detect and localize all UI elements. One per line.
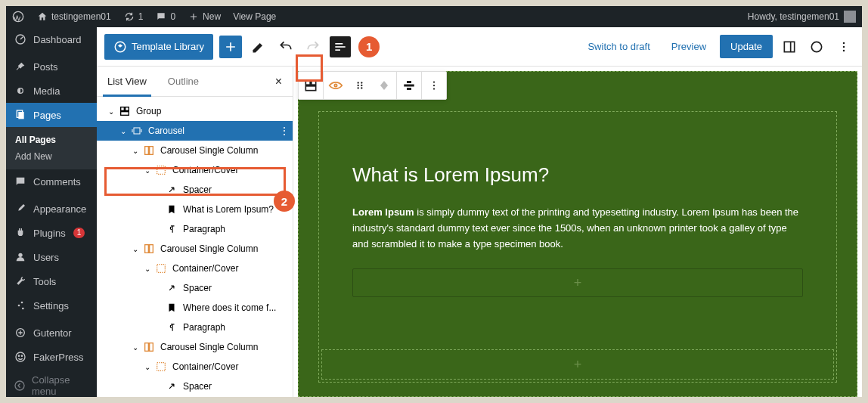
add-block-placeholder[interactable]: + [352,268,803,297]
tree-heading1[interactable]: What is Lorem Ipsum? [97,200,293,219]
sidebar-collapse[interactable]: Collapse menu [6,369,97,397]
switch-to-draft[interactable]: Switch to draft [580,36,657,57]
svg-rect-17 [335,49,340,51]
svg-rect-18 [784,42,794,51]
tree-carousel[interactable]: ⌄Carousel⋮ [97,121,293,141]
dashboard-icon [14,33,27,46]
tree-spacer2[interactable]: Spacer [97,278,293,298]
sidebar-add-new[interactable]: Add New [6,148,97,165]
align-icon[interactable] [397,72,421,99]
tree-csc2[interactable]: ⌄Carousel Single Column [97,239,293,259]
sidebar-media[interactable]: Media [6,79,97,103]
container-icon [154,360,168,374]
paragraph-block[interactable]: Lorem Ipsum is simply dummy text of the … [352,205,803,252]
tree-csc1[interactable]: ⌄Carousel Single Column [97,141,293,160]
more-icon[interactable]: ⋮ [274,125,293,137]
sidebar-all-pages[interactable]: All Pages [6,132,97,148]
gutentor-settings[interactable] [806,36,827,57]
svg-point-22 [843,45,845,48]
move-arrows[interactable] [372,72,396,99]
add-block-button[interactable] [219,36,242,58]
block-type-icon[interactable] [299,72,323,99]
site-name[interactable]: testingemen01 [30,6,117,27]
svg-rect-49 [404,85,414,87]
svg-rect-41 [305,86,315,91]
sidebar-comments[interactable]: Comments [6,169,97,194]
tab-list-view[interactable]: List View [97,67,157,96]
wp-logo[interactable] [6,6,30,27]
admin-sidebar: Dashboard Posts Media Pages All Pages Ad… [6,27,97,397]
visibility-icon[interactable] [324,72,348,99]
sidebar-plugins[interactable]: Plugins1 [6,221,97,245]
sidebar-pages[interactable]: Pages [6,103,97,127]
spacer-icon [165,380,178,393]
template-library-button[interactable]: Template Library [104,34,213,60]
svg-point-47 [358,87,359,88]
tree-cc2[interactable]: ⌄Container/Cover [97,259,293,278]
heading-block[interactable]: What is Lorem Ipsum? [352,163,803,187]
new-content[interactable]: New [181,6,227,27]
sidebar-fakerpress[interactable]: FakerPress [6,345,97,369]
svg-point-11 [18,355,19,356]
group-icon [118,104,132,118]
chevron-down-icon: ⌄ [129,245,142,253]
block-more[interactable] [422,72,446,99]
comment-icon [14,175,27,188]
drag-handle-icon[interactable] [348,72,372,99]
tree-para1[interactable]: Paragraph [97,219,293,239]
collapse-icon [14,379,26,392]
sidebar-gutentor[interactable]: Gutentor [6,321,97,345]
column-icon [142,340,156,354]
tree-spacer3[interactable]: Spacer [97,377,293,396]
callout-2: 2 [274,191,295,212]
tree-spacer1[interactable]: Spacer [97,180,293,200]
svg-rect-25 [126,107,129,111]
svg-rect-27 [134,128,140,134]
svg-rect-37 [150,343,153,352]
redo-button[interactable] [302,36,324,57]
comments[interactable]: 0 [149,6,181,27]
svg-point-54 [433,88,435,89]
sidebar-posts[interactable]: Posts [6,54,97,79]
gutentor-icon [14,326,27,339]
sidebar-tools[interactable]: Tools [6,269,97,293]
sidebar-dashboard[interactable]: Dashboard [6,27,97,51]
undo-button[interactable] [275,36,296,57]
svg-rect-24 [121,107,125,111]
sidebar-appearance[interactable]: Appearance [6,197,97,221]
howdy[interactable]: Howdy, testingemen01 [748,11,862,23]
bookmark-icon [165,301,178,315]
preview-button[interactable]: Preview [664,36,714,57]
tree-group[interactable]: ⌄Group [97,101,293,121]
updates[interactable]: 1 [117,6,150,27]
svg-rect-51 [407,88,411,90]
settings-panel-toggle[interactable] [779,36,800,57]
close-list-panel[interactable]: × [265,75,293,88]
sidebar-settings[interactable]: Settings [6,293,97,318]
carousel-block[interactable]: What is Lorem Ipsum? Lorem Ipsum is simp… [298,71,857,397]
svg-point-45 [358,85,359,86]
tree-cc3[interactable]: ⌄Container/Cover [97,357,293,377]
tree-para2[interactable]: Paragraph [97,318,293,337]
svg-rect-35 [157,265,166,273]
tree-csc3[interactable]: ⌄Carousel Single Column [97,337,293,357]
chevron-down-icon: ⌄ [141,166,154,175]
update-button[interactable]: Update [720,35,773,58]
svg-point-52 [433,81,435,82]
block-tree: ⌄Group ⌄Carousel⋮ ⌄Carousel Single Colum… [97,97,293,397]
list-view-toggle[interactable] [330,36,351,57]
tree-cc1[interactable]: ⌄Container/Cover [97,160,293,180]
view-page[interactable]: View Page [227,6,282,27]
paragraph-icon [165,222,178,236]
editor-canvas[interactable]: What is Lorem Ipsum? Lorem Ipsum is simp… [293,67,862,397]
tree-heading2[interactable]: Where does it come f... [97,298,293,318]
svg-rect-4 [18,112,23,119]
sidebar-users[interactable]: Users [6,245,97,269]
sliders-icon [14,299,27,312]
tab-outline[interactable]: Outline [157,67,209,96]
comment-icon [155,11,167,23]
more-options[interactable] [833,36,854,57]
add-block-placeholder-2[interactable]: + [321,349,834,380]
carousel-column[interactable]: What is Lorem Ipsum? Lorem Ipsum is simp… [318,111,837,383]
edit-tool[interactable] [248,36,269,57]
